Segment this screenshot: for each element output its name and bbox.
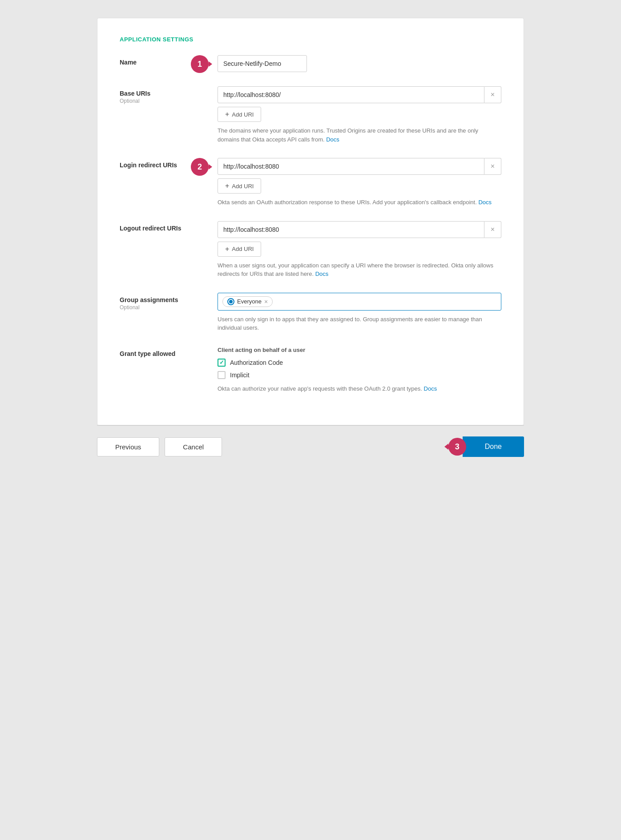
plus-icon: + [225, 110, 229, 118]
base-uri-input-row: × [218, 86, 501, 103]
cancel-button[interactable]: Cancel [165, 437, 222, 456]
logout-redirect-add-btn[interactable]: + Add URI [218, 242, 261, 257]
group-assignments-help: Users can only sign in to apps that they… [218, 315, 501, 332]
name-row: Name 1 [120, 55, 501, 72]
everyone-tag[interactable]: Everyone × [222, 296, 273, 307]
grant-type-content: Client acting on behalf of a user ✓ Auth… [218, 347, 501, 393]
base-uris-label: Base URIs [120, 90, 218, 97]
login-redirect-clear-btn[interactable]: × [484, 158, 501, 175]
grant-type-docs-link[interactable]: Docs [424, 385, 437, 392]
group-assignments-label: Group assignments [120, 296, 218, 303]
close-icon: × [491, 226, 495, 234]
logout-redirect-label-col: Logout redirect URIs [120, 221, 218, 232]
group-assignments-label-col: Group assignments Optional [120, 293, 218, 311]
grant-subheading: Client acting on behalf of a user [218, 347, 501, 353]
grant-type-row: Grant type allowed Client acting on beha… [120, 347, 501, 393]
login-redirect-row: Login redirect URIs 2 × + Add URI Okta s… [120, 158, 501, 207]
base-uris-help: The domains where your application runs.… [218, 126, 501, 144]
step-1-badge: 1 [191, 55, 209, 73]
base-uris-optional: Optional [120, 98, 218, 104]
close-icon: × [491, 91, 495, 99]
base-uri-clear-btn[interactable]: × [484, 86, 501, 103]
group-assignments-content: Everyone × Users can only sign in to app… [218, 293, 501, 332]
footer-actions: Previous Cancel 3 Done [97, 426, 524, 466]
login-redirect-help: Okta sends an OAuth authorization respon… [218, 198, 501, 207]
logout-redirect-input-row: × [218, 221, 501, 238]
login-redirect-input-row: × [218, 158, 501, 175]
logout-redirect-docs-link[interactable]: Docs [315, 271, 329, 277]
close-icon: × [491, 162, 495, 170]
group-assignments-row: Group assignments Optional Everyone × Us… [120, 293, 501, 332]
login-redirect-docs-link[interactable]: Docs [478, 199, 492, 206]
login-redirect-input[interactable] [218, 158, 484, 175]
tag-radio-inner [229, 300, 233, 303]
base-uri-input[interactable] [218, 86, 484, 103]
base-uris-row: Base URIs Optional × + Add URI The domai… [120, 86, 501, 144]
implicit-checkbox[interactable] [218, 371, 226, 379]
logout-redirect-content: × + Add URI When a user signs out, your … [218, 221, 501, 279]
group-assignment-box[interactable]: Everyone × [218, 293, 501, 311]
base-uris-label-col: Base URIs Optional [120, 86, 218, 104]
name-input[interactable] [218, 55, 307, 72]
auth-code-row: ✓ Authorization Code [218, 359, 501, 367]
step-3-badge: 3 [448, 438, 466, 456]
section-title: APPLICATION SETTINGS [120, 36, 501, 43]
name-content: 1 [218, 55, 501, 72]
auth-code-checkbox[interactable]: ✓ [218, 359, 226, 367]
footer-left: Previous Cancel [97, 437, 222, 456]
logout-redirect-row: Logout redirect URIs × + Add URI When a … [120, 221, 501, 279]
grant-type-label: Grant type allowed [120, 350, 218, 357]
previous-button[interactable]: Previous [97, 437, 159, 456]
footer-right: 3 Done [448, 436, 524, 457]
checkmark-icon: ✓ [219, 359, 224, 366]
tag-close-icon[interactable]: × [264, 298, 268, 305]
login-redirect-add-btn[interactable]: + Add URI [218, 178, 261, 194]
done-button[interactable]: Done [463, 436, 524, 457]
tag-radio [227, 298, 234, 305]
login-redirect-content: 2 × + Add URI Okta sends an OAuth author… [218, 158, 501, 207]
group-assignments-optional: Optional [120, 304, 218, 311]
logout-redirect-label: Logout redirect URIs [120, 225, 218, 232]
step-2-badge: 2 [191, 158, 209, 176]
logout-redirect-clear-btn[interactable]: × [484, 221, 501, 238]
logout-redirect-help: When a user signs out, your application … [218, 261, 501, 279]
base-uri-add-btn[interactable]: + Add URI [218, 107, 261, 122]
base-uris-docs-link[interactable]: Docs [326, 136, 339, 143]
base-uris-content: × + Add URI The domains where your appli… [218, 86, 501, 144]
logout-redirect-input[interactable] [218, 221, 484, 238]
plus-icon: + [225, 182, 229, 190]
auth-code-label: Authorization Code [230, 359, 283, 366]
grant-type-label-col: Grant type allowed [120, 347, 218, 357]
everyone-tag-label: Everyone [237, 298, 262, 305]
implicit-row: Implicit [218, 371, 501, 379]
plus-icon: + [225, 245, 229, 253]
grant-type-help: Okta can authorize your native app's req… [218, 384, 501, 393]
implicit-label: Implicit [230, 372, 250, 379]
